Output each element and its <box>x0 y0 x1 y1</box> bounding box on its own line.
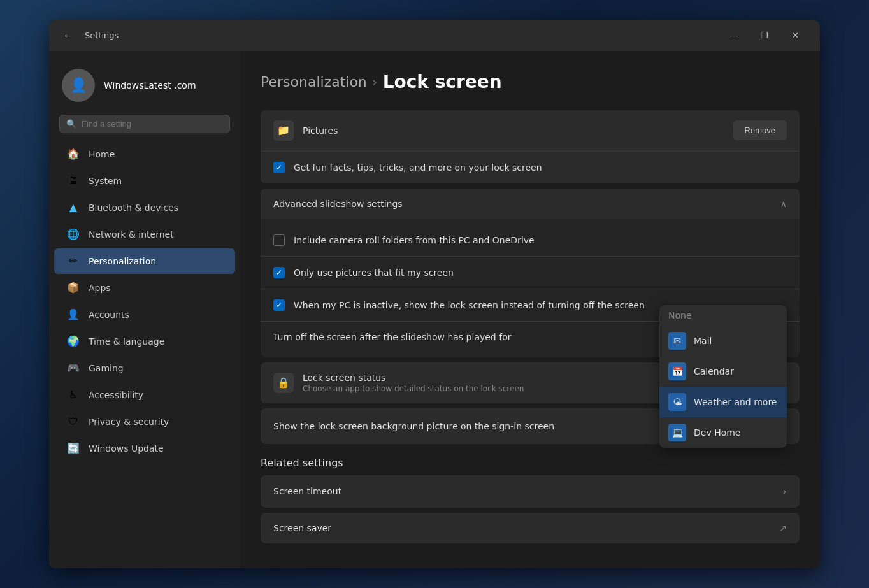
accessibility-icon: ♿ <box>67 389 80 401</box>
sidebar-item-personalization[interactable]: ✏️ Personalization <box>54 248 235 274</box>
sidebar-item-bluetooth[interactable]: ▲ Bluetooth & devices <box>54 195 235 220</box>
breadcrumb-current: Lock screen <box>383 71 502 92</box>
breadcrumb-separator: › <box>372 74 378 90</box>
dropdown-item-mail[interactable]: ✉️ Mail <box>659 326 787 356</box>
bluetooth-icon: ▲ <box>67 201 80 214</box>
privacy-icon: 🛡 <box>67 415 80 428</box>
dropdown-item-devhome[interactable]: 💻 Dev Home <box>659 417 787 448</box>
weather-icon: 🌤 <box>668 393 686 411</box>
search-input[interactable] <box>82 119 223 129</box>
sidebar-item-label: Network & internet <box>89 229 174 240</box>
screen-saver-label: Screen saver <box>273 523 331 533</box>
dropdown-none-item[interactable]: None <box>659 305 787 326</box>
settings-window: ← Settings — ❐ ✕ 👤 WindowsLatest .com 🔍 … <box>49 20 820 568</box>
minimize-button[interactable]: — <box>719 25 749 46</box>
search-box[interactable]: 🔍 <box>59 115 230 133</box>
sidebar-item-accessibility[interactable]: ♿ Accessibility <box>54 382 235 408</box>
sidebar-item-label: Personalization <box>89 256 156 266</box>
camera-roll-row: Include camera roll folders from this PC… <box>261 224 800 257</box>
time-icon: 🌍 <box>67 335 80 348</box>
fit-screen-label: Only use pictures that fit my screen <box>294 268 454 278</box>
avatar: 👤 <box>62 69 95 102</box>
content-area: 👤 WindowsLatest .com 🔍 🏠 Home 🖥 System ▲… <box>49 51 820 568</box>
pictures-row: 📁 Pictures Remove <box>261 110 800 152</box>
inactive-row: ✓ When my PC is inactive, show the lock … <box>261 289 800 322</box>
sidebar-item-label: Apps <box>89 283 111 293</box>
calendar-icon: 📅 <box>668 362 686 380</box>
breadcrumb: Personalization › Lock screen <box>261 71 800 92</box>
back-button[interactable]: ← <box>59 27 77 45</box>
screen-timeout-label: Screen timeout <box>273 486 341 496</box>
sidebar-item-label: Privacy & security <box>89 417 169 427</box>
advanced-section-body: Include camera roll folders from this PC… <box>261 219 800 357</box>
gaming-icon: 🎮 <box>67 362 80 375</box>
chevron-up-icon: ∧ <box>780 199 787 209</box>
screen-timeout-card: Screen timeout › <box>261 475 800 508</box>
update-icon: 🔄 <box>67 442 80 455</box>
window-title: Settings <box>85 31 118 40</box>
sidebar-item-label: Windows Update <box>89 443 164 454</box>
sidebar-item-home[interactable]: 🏠 Home <box>54 141 235 167</box>
arrow-right-icon: › <box>783 485 787 498</box>
sidebar-item-label: Time & language <box>89 336 164 347</box>
dropdown-item-calendar[interactable]: 📅 Calendar <box>659 356 787 387</box>
inactive-checkbox[interactable]: ✓ <box>273 299 285 311</box>
window-controls: — ❐ ✕ <box>719 25 810 46</box>
devhome-icon: 💻 <box>668 424 686 441</box>
dropdown-devhome-label: Dev Home <box>694 427 740 438</box>
fun-facts-row: ✓ Get fun facts, tips, tricks, and more … <box>261 152 800 183</box>
sidebar-item-label: Gaming <box>89 363 124 373</box>
fit-screen-row: ✓ Only use pictures that fit my screen <box>261 257 800 289</box>
network-icon: 🌐 <box>67 228 80 241</box>
sidebar-item-time[interactable]: 🌍 Time & language <box>54 329 235 354</box>
accounts-icon: 👤 <box>67 308 80 321</box>
camera-roll-label: Include camera roll folders from this PC… <box>294 235 535 245</box>
inactive-label: When my PC is inactive, show the lock sc… <box>294 300 645 310</box>
user-section: 👤 WindowsLatest .com <box>49 61 240 115</box>
dropdown-menu: None ✉️ Mail 📅 Calendar <box>659 305 787 448</box>
close-button[interactable]: ✕ <box>780 25 810 46</box>
system-icon: 🖥 <box>67 175 80 187</box>
sidebar-item-accounts[interactable]: 👤 Accounts <box>54 302 235 327</box>
remove-button[interactable]: Remove <box>733 120 787 140</box>
folder-icon: 📁 <box>273 120 294 141</box>
sidebar-item-apps[interactable]: 📦 Apps <box>54 275 235 301</box>
maximize-button[interactable]: ❐ <box>750 25 779 46</box>
dropdown-weather-label: Weather and more <box>694 397 777 407</box>
advanced-slideshow-section: Advanced slideshow settings ∧ Include ca… <box>261 189 800 357</box>
fit-screen-checkbox[interactable]: ✓ <box>273 267 285 278</box>
sidebar-item-label: System <box>89 176 122 186</box>
pictures-content: Pictures <box>303 124 724 136</box>
fun-facts-checkbox[interactable]: ✓ <box>273 162 285 173</box>
personalization-icon: ✏️ <box>67 255 80 268</box>
advanced-section-header[interactable]: Advanced slideshow settings ∧ <box>261 189 800 219</box>
sidebar-item-network[interactable]: 🌐 Network & internet <box>54 222 235 247</box>
sidebar-item-label: Bluetooth & devices <box>89 203 178 213</box>
external-link-icon: ↗ <box>779 523 787 533</box>
sidebar-item-gaming[interactable]: 🎮 Gaming <box>54 355 235 381</box>
username: WindowsLatest .com <box>104 80 196 90</box>
screen-timeout-row[interactable]: Screen timeout › <box>261 475 800 508</box>
home-icon: 🏠 <box>67 148 80 161</box>
sidebar-item-label: Accounts <box>89 310 129 320</box>
pictures-card: 📁 Pictures Remove ✓ Get fun facts, tips,… <box>261 110 800 183</box>
sidebar: 👤 WindowsLatest .com 🔍 🏠 Home 🖥 System ▲… <box>49 51 240 568</box>
mail-icon: ✉️ <box>668 332 686 350</box>
sidebar-item-privacy[interactable]: 🛡 Privacy & security <box>54 409 235 434</box>
sidebar-item-system[interactable]: 🖥 System <box>54 168 235 194</box>
sidebar-item-update[interactable]: 🔄 Windows Update <box>54 436 235 461</box>
breadcrumb-parent[interactable]: Personalization <box>261 74 367 90</box>
dropdown-item-weather[interactable]: 🌤 Weather and more <box>659 387 787 417</box>
screen-saver-row[interactable]: Screen saver ↗ <box>261 513 800 543</box>
avatar-icon: 👤 <box>70 77 87 93</box>
apps-icon: 📦 <box>67 282 80 294</box>
pictures-label: Pictures <box>303 125 338 136</box>
dropdown-mail-label: Mail <box>694 336 712 346</box>
dropdown-calendar-label: Calendar <box>694 366 734 376</box>
sidebar-item-label: Home <box>89 149 115 159</box>
lock-icon: 🔒 <box>273 373 294 393</box>
sidebar-item-label: Accessibility <box>89 390 143 400</box>
search-icon: 🔍 <box>66 119 76 129</box>
fun-facts-label: Get fun facts, tips, tricks, and more on… <box>294 162 542 173</box>
camera-roll-checkbox[interactable] <box>273 234 285 246</box>
